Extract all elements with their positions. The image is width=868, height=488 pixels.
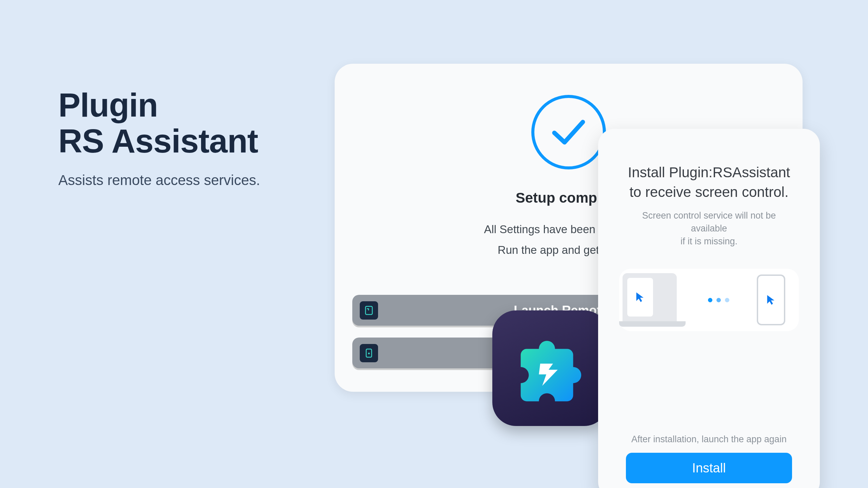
page-title: Plugin RS Assistant [58,87,260,159]
hero-title-section: Plugin RS Assistant Assists remote acces… [58,87,260,188]
phone-icon [757,274,785,325]
secondary-app-icon [360,344,378,362]
laptop-icon [619,273,680,327]
cursor-icon [634,291,646,303]
screen-control-illustration [619,269,799,331]
install-button[interactable]: Install [626,453,792,483]
install-title-line-2: to receive screen control. [629,184,788,200]
check-circle-icon [531,95,606,169]
title-line-2: RS Assistant [58,122,258,160]
install-title-line-1: Install Plugin:RSAssistant [628,164,790,180]
puzzle-icon [510,328,591,409]
page-subtitle: Assists remote access services. [58,172,260,188]
svg-point-2 [368,352,370,354]
install-footer-text: After installation, launch the app again [631,434,787,445]
connection-dots-icon [708,298,729,302]
install-plugin-card: Install Plugin:RSAssistant to receive sc… [598,129,820,488]
install-button-label: Install [692,461,726,475]
install-description: Screen control service will not be avail… [628,209,790,248]
cursor-icon [765,294,777,306]
title-line-1: Plugin [58,86,158,124]
check-icon [552,118,586,147]
install-title: Install Plugin:RSAssistant to receive sc… [628,163,790,202]
install-desc-line-2: if it is missing. [680,236,737,246]
plugin-app-icon [492,310,608,426]
install-desc-line-1: Screen control service will not be avail… [642,210,776,233]
